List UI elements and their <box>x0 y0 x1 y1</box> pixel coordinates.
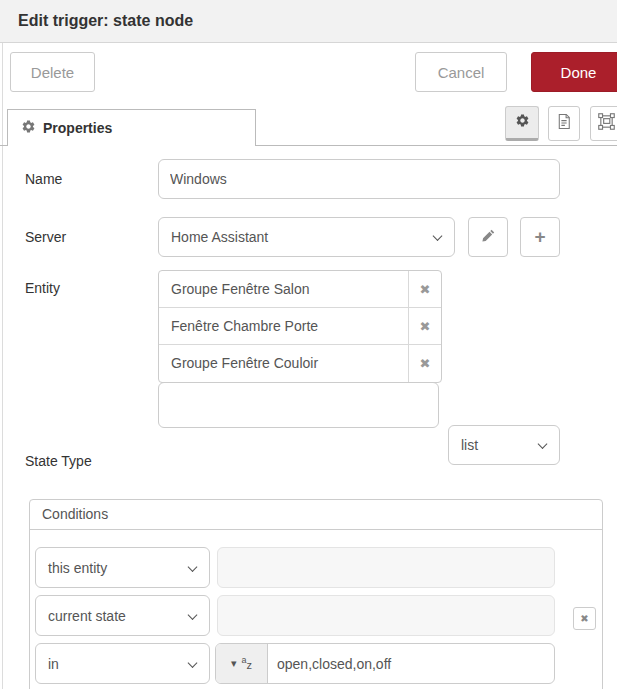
conditions-section: Conditions this entity current state in <box>29 499 603 689</box>
conditions-title: Conditions <box>30 500 602 530</box>
pencil-icon <box>481 228 496 247</box>
entity-row-value[interactable]: Fenêtre Chambre Porte <box>159 308 408 344</box>
gear-icon <box>21 119 36 138</box>
appearance-tab-button[interactable] <box>590 106 617 141</box>
condition-target-select[interactable]: this entity <box>35 547 210 588</box>
remove-entity-button[interactable]: ✖ <box>408 345 441 382</box>
conditions-rows: this entity current state in <box>30 530 602 684</box>
condition-comparator-value: in <box>48 656 59 672</box>
x-icon: ✖ <box>580 613 588 624</box>
typedinput-type-button[interactable]: ▾ az <box>216 644 268 683</box>
chevron-down-icon <box>188 562 198 572</box>
description-tab-button[interactable] <box>548 106 580 141</box>
plus-icon: + <box>534 226 545 248</box>
condition-property-select[interactable]: current state <box>35 595 210 636</box>
state-type-label: State Type <box>25 441 92 481</box>
chevron-down-icon <box>188 658 198 668</box>
entity-row: Groupe Fenêtre Couloir ✖ <box>159 345 441 382</box>
condition-value-typedinput: ▾ az open,closed,on,off <box>215 643 555 684</box>
remove-entity-button[interactable]: ✖ <box>408 308 441 344</box>
tab-properties-label: Properties <box>43 120 112 136</box>
gear-icon <box>515 113 530 132</box>
server-label: Server <box>25 217 66 257</box>
entity-list: Groupe Fenêtre Salon ✖ Fenêtre Chambre P… <box>158 270 442 383</box>
edit-server-button[interactable] <box>468 217 508 257</box>
condition-property-input-disabled <box>217 595 555 636</box>
dialog-left-edge <box>2 0 3 689</box>
condition-value-input[interactable]: open,closed,on,off <box>268 644 554 683</box>
condition-row: this entity <box>35 547 602 588</box>
condition-row: in ▾ az open,closed,on,off <box>35 643 602 684</box>
server-select[interactable]: Home Assistant <box>158 217 455 257</box>
done-button[interactable]: Done <box>531 52 617 92</box>
entity-mode-select[interactable]: list <box>448 425 560 465</box>
remove-condition-button[interactable]: ✖ <box>573 607 596 630</box>
entity-row: Fenêtre Chambre Porte ✖ <box>159 308 441 345</box>
appearance-icon <box>598 113 615 134</box>
new-entity-input[interactable] <box>158 382 439 428</box>
x-icon: ✖ <box>420 319 431 334</box>
document-icon <box>557 113 571 134</box>
edit-trigger-dialog: Edit trigger: state node Delete Cancel D… <box>0 0 617 689</box>
delete-button-label: Delete <box>31 64 74 81</box>
tab-properties[interactable]: Properties <box>7 109 256 146</box>
server-select-value: Home Assistant <box>171 229 268 245</box>
x-icon: ✖ <box>420 282 431 297</box>
entity-row-value[interactable]: Groupe Fenêtre Salon <box>159 271 408 307</box>
remove-entity-button[interactable]: ✖ <box>408 271 441 307</box>
chevron-down-icon <box>188 610 198 620</box>
chevron-down-icon <box>538 439 548 449</box>
az-string-type-icon: az <box>242 656 253 671</box>
properties-tab-button[interactable] <box>505 106 539 141</box>
condition-comparator-select[interactable]: in <box>35 643 210 684</box>
condition-value-text: open,closed,on,off <box>277 656 391 672</box>
cancel-button-label: Cancel <box>438 64 485 81</box>
x-icon: ✖ <box>420 356 431 371</box>
add-server-button[interactable]: + <box>520 217 560 257</box>
delete-button[interactable]: Delete <box>10 52 95 92</box>
cancel-button[interactable]: Cancel <box>415 52 507 92</box>
condition-property-value: current state <box>48 608 126 624</box>
entity-row-value[interactable]: Groupe Fenêtre Couloir <box>159 345 408 382</box>
entity-row: Groupe Fenêtre Salon ✖ <box>159 271 441 308</box>
entity-mode-value: list <box>461 437 478 453</box>
dialog-title: Edit trigger: state node <box>18 0 193 42</box>
done-button-label: Done <box>561 64 597 81</box>
name-label: Name <box>25 159 62 199</box>
condition-target-input-disabled <box>217 547 555 588</box>
chevron-down-icon <box>433 231 443 241</box>
name-input[interactable] <box>158 159 560 199</box>
condition-target-value: this entity <box>48 560 107 576</box>
condition-row: current state <box>35 595 602 636</box>
caret-down-icon: ▾ <box>231 657 237 670</box>
entity-label: Entity <box>25 270 60 307</box>
